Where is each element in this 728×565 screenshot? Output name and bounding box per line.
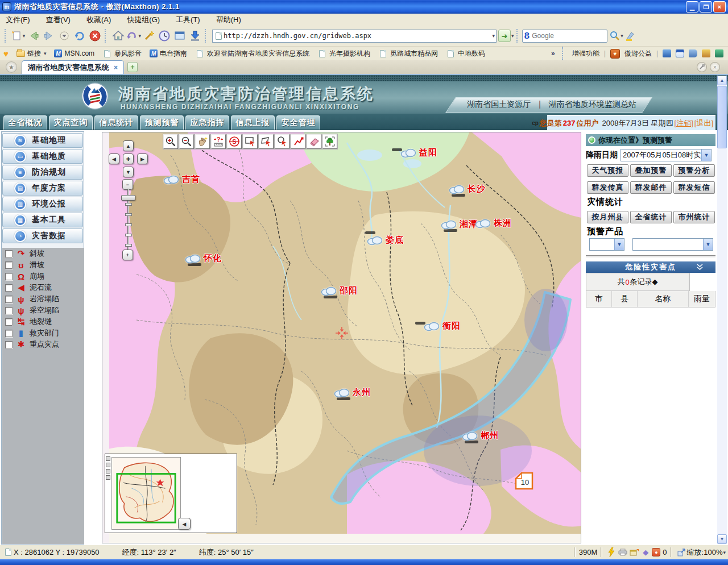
popup-blocker-button[interactable]: [628, 549, 640, 556]
notes-collector-button[interactable]: ◆: [640, 548, 651, 556]
blocked-content-button[interactable]: ●: [651, 548, 663, 556]
nav-tab-stats[interactable]: 信息统计: [94, 115, 138, 130]
tab-close-icon[interactable]: ×: [114, 64, 118, 72]
map-zoom-in-button[interactable]: [163, 134, 178, 149]
minimap-tool-button[interactable]: [106, 475, 110, 480]
minimap-tool-button[interactable]: [106, 463, 110, 467]
link-hunan-geo[interactable]: 欢迎登陆湖南省地质灾害信息系统: [195, 49, 309, 59]
maximize-button[interactable]: [700, 1, 712, 13]
zoom-caret-icon[interactable]: ▾: [723, 550, 726, 555]
sidebar-item-prevention-plan[interactable]: ≡防治规划: [2, 165, 83, 180]
sidebar-item-env-bulletin[interactable]: ▥环境公报: [2, 197, 83, 211]
product-type-select[interactable]: ▼: [589, 238, 624, 251]
vertical-scrollbar[interactable]: ▲ ▼: [717, 76, 727, 544]
boost-button[interactable]: [606, 547, 617, 557]
scrollbar-thumb[interactable]: [717, 86, 727, 148]
close-button[interactable]: ×: [713, 1, 726, 13]
download-button[interactable]: [187, 28, 202, 44]
link-milu[interactable]: 觅路城市精品网: [378, 49, 438, 59]
group-sms-button[interactable]: 群发短信: [673, 181, 715, 194]
danger-points-header[interactable]: 危险性灾害点: [586, 261, 715, 273]
menu-tools[interactable]: 工具(T): [176, 15, 200, 25]
city-marker-xiangtan[interactable]: 湘潭: [440, 219, 478, 230]
chevron-down-icon[interactable]: ▼: [703, 239, 713, 250]
link-zhongdi[interactable]: 中地数码: [446, 49, 485, 59]
pan-left-button[interactable]: ◀: [109, 153, 119, 164]
city-marker-jishou[interactable]: 吉首: [163, 174, 200, 185]
org-link-geo-monitor[interactable]: 湖南省地质环境监测总站: [549, 99, 636, 110]
city-marker-yiyang[interactable]: 益阳: [400, 147, 437, 158]
notes-icon[interactable]: [689, 49, 697, 57]
minimap-tool-button[interactable]: [106, 469, 110, 473]
zoom-slider-handle[interactable]: [121, 195, 135, 201]
chevron-down-icon[interactable]: ▼: [614, 239, 624, 250]
layer-checkbox[interactable]: [5, 330, 13, 337]
chevron-down-icon[interactable]: ▼: [701, 149, 711, 161]
history-clock-button[interactable]: [156, 28, 172, 44]
layer-checkbox[interactable]: [5, 296, 13, 303]
layer-checkbox[interactable]: [5, 318, 13, 326]
go-caret-icon[interactable]: ▾: [511, 33, 514, 39]
pan-right-button[interactable]: ▶: [137, 153, 148, 164]
map-draw-line-button[interactable]: [291, 134, 305, 149]
proxy-button[interactable]: [617, 549, 628, 556]
tab-settings-button[interactable]: [697, 62, 707, 72]
nav-tab-security[interactable]: 安全管理: [276, 115, 320, 130]
home-button[interactable]: [110, 28, 126, 44]
monthly-county-button[interactable]: 按月州县: [587, 211, 628, 223]
map-measure-button[interactable]: ?: [211, 134, 226, 149]
map-circle-select-button[interactable]: [275, 134, 289, 149]
sidebar-item-basic-tools[interactable]: ▦基本工具: [2, 213, 83, 227]
toolbar-grip[interactable]: [5, 29, 8, 43]
google-engine-icon[interactable]: 8: [524, 31, 530, 40]
scroll-down-button[interactable]: ▼: [717, 534, 727, 544]
map-rect-select-button[interactable]: [243, 134, 258, 149]
nav-tab-forecast[interactable]: 预测预警: [140, 115, 184, 130]
layer-checkbox[interactable]: [5, 341, 13, 348]
window-tool-icon[interactable]: [676, 49, 684, 57]
map-zoom-out-button[interactable]: [179, 134, 194, 149]
minimap-tool-button[interactable]: [106, 456, 110, 461]
sidebar-item-annual-plan[interactable]: ▤年度方案: [2, 181, 83, 196]
back-button[interactable]: [26, 28, 41, 44]
highlight-button[interactable]: [623, 28, 638, 44]
link-radio[interactable]: M电台指南: [150, 49, 187, 59]
sidebar-item-disaster-data[interactable]: ◔灾害数据: [2, 229, 83, 243]
enhance-features-button[interactable]: 增强功能: [572, 49, 599, 59]
overview-minimap[interactable]: ◄: [105, 454, 237, 533]
warning-analysis-button[interactable]: 预警分析: [673, 164, 715, 177]
menu-file[interactable]: 文件(F): [6, 15, 30, 25]
maxthon-charity-button[interactable]: 傲游公益: [624, 49, 652, 59]
window-list-button[interactable]: [172, 28, 187, 44]
sidebar-item-base-geography[interactable]: ≋基础地理: [2, 133, 83, 148]
address-input[interactable]: [224, 32, 491, 40]
star-button[interactable]: ★: [6, 61, 17, 73]
pan-down-button[interactable]: ▼: [123, 167, 134, 177]
province-stats-button[interactable]: 全省统计: [630, 211, 672, 223]
toolbar-grip[interactable]: [205, 29, 208, 43]
product-item-select[interactable]: ▼: [632, 238, 713, 251]
scroll-up-button[interactable]: ▲: [717, 76, 727, 85]
map-viewport[interactable]: ? S ▲ ◀ ✚ ▶ ▼ − + 吉首 益阳 长沙 湘潭 株洲 娄底 怀化 邵: [102, 132, 581, 543]
pan-up-button[interactable]: ▲: [123, 140, 134, 151]
menu-favorites[interactable]: 收藏(A): [86, 15, 111, 25]
layer-checkbox[interactable]: [5, 284, 13, 292]
layer-checkbox[interactable]: [5, 261, 13, 269]
pan-center-button[interactable]: ✚: [123, 153, 134, 164]
map-legend-button[interactable]: [322, 134, 337, 149]
city-marker-zhuzhou[interactable]: 株洲: [474, 218, 512, 229]
group-email-button[interactable]: 群发邮件: [630, 181, 672, 194]
favorites-heart-button[interactable]: ♥: [3, 49, 9, 59]
nav-tab-query[interactable]: 灾点查询: [49, 115, 93, 130]
menu-view[interactable]: 查看(V): [46, 15, 71, 25]
org-link-land-resources[interactable]: 湖南省国土资源厅: [467, 99, 531, 110]
logout-link[interactable]: [注销]: [675, 118, 693, 128]
warning-flag-marker[interactable]: 10: [513, 471, 535, 491]
city-marker-changsha[interactable]: 长沙: [448, 184, 486, 194]
search-button[interactable]: [607, 28, 623, 44]
minimize-button[interactable]: ▁: [686, 1, 698, 13]
group-fax-button[interactable]: 群发传真: [587, 181, 628, 194]
overlay-warning-button[interactable]: 叠加预警: [630, 164, 672, 177]
tab-active[interactable]: 湖南省地质灾害信息系统 ×: [22, 60, 124, 74]
cube-icon[interactable]: [715, 49, 723, 57]
